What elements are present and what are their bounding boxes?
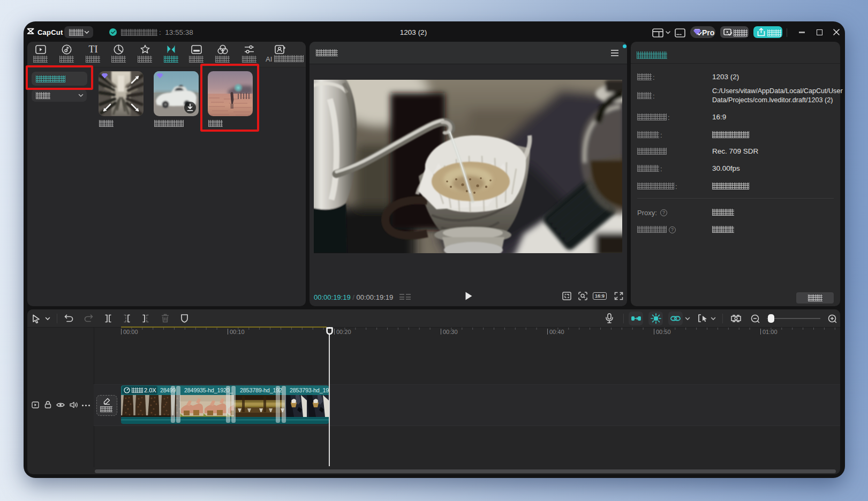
svg-text:00:50: 00:50 <box>656 329 671 335</box>
svg-text:01:00: 01:00 <box>763 329 778 335</box>
svg-text:00:40: 00:40 <box>549 329 564 335</box>
svg-text:00:30: 00:30 <box>443 329 458 335</box>
svg-text:00:20: 00:20 <box>336 329 351 335</box>
svg-text:00:10: 00:10 <box>230 329 245 335</box>
svg-text:00:00: 00:00 <box>123 329 138 335</box>
